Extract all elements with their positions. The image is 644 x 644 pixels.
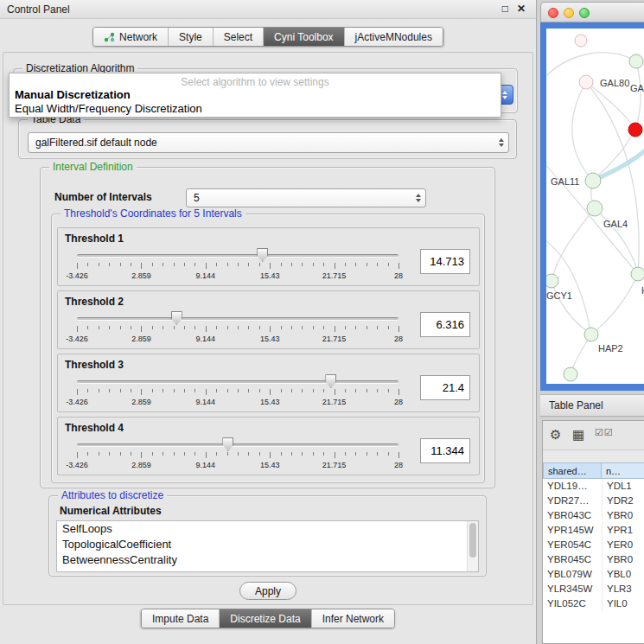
tab-discretize-data[interactable]: Discretize Data bbox=[219, 609, 310, 628]
dropdown-option-equal-width-frequency[interactable]: Equal Width/Frequency Discretization bbox=[10, 102, 501, 116]
slider-track[interactable] bbox=[77, 254, 399, 258]
tab-network[interactable]: Network bbox=[93, 28, 168, 46]
threshold-label: Threshold 2 bbox=[65, 296, 124, 308]
network-node[interactable] bbox=[628, 123, 642, 137]
close-traffic-light-icon[interactable] bbox=[548, 8, 558, 18]
network-node-label: GAL4 bbox=[603, 219, 628, 229]
network-edge[interactable] bbox=[593, 148, 644, 181]
attribute-list-item[interactable]: BetweennessCentrality bbox=[57, 552, 478, 568]
attribute-list-item[interactable]: SelfLoops bbox=[57, 521, 478, 537]
threshold-slider[interactable]: -3.4262.8599.14415.4321.71528 bbox=[77, 435, 399, 473]
table-data-group: Table Data galFiltered.sif default node bbox=[18, 119, 517, 159]
slider-ticks bbox=[77, 452, 399, 459]
table-row[interactable]: YBL079WYBL0 bbox=[543, 567, 644, 582]
number-of-intervals-label: Number of Intervals bbox=[54, 191, 152, 203]
network-canvas[interactable]: GAL80GAGAL11GAL4GCY1HHAP2 bbox=[546, 29, 644, 384]
tab-infer-network[interactable]: Infer Network bbox=[311, 609, 394, 628]
close-window-icon[interactable]: ✕ bbox=[517, 3, 526, 15]
threshold-slider[interactable]: -3.4262.8599.14415.4321.71528 bbox=[77, 372, 399, 410]
table-row[interactable]: YBR045CYBR0 bbox=[543, 552, 644, 567]
network-node[interactable] bbox=[585, 173, 601, 188]
network-node[interactable] bbox=[587, 201, 603, 216]
scale-label: 2.859 bbox=[131, 335, 151, 343]
top-tab-bar: Network Style Select Cyni Toolbox jActiv… bbox=[92, 27, 443, 47]
network-edge[interactable] bbox=[635, 61, 641, 130]
threshold-value-field[interactable] bbox=[420, 375, 470, 400]
float-window-icon[interactable]: □ bbox=[502, 3, 508, 15]
table-row[interactable]: YLR345WYLR3 bbox=[543, 582, 644, 596]
scale-label: 28 bbox=[394, 271, 403, 280]
tab-select[interactable]: Select bbox=[213, 28, 263, 46]
bottom-tab-bar: Impute Data Discretize Data Infer Networ… bbox=[141, 609, 395, 628]
table-row[interactable]: YPR145WYPR1 bbox=[543, 523, 644, 538]
table-row[interactable]: YDR27…YDR2 bbox=[543, 494, 644, 508]
gear-icon[interactable]: ⚙ bbox=[550, 427, 561, 443]
table-row[interactable]: YIL052CYIL0 bbox=[543, 596, 644, 611]
slider-thumb[interactable] bbox=[257, 248, 268, 262]
threshold-value-field[interactable] bbox=[420, 438, 470, 463]
network-node[interactable] bbox=[584, 328, 598, 341]
slider-thumb[interactable] bbox=[325, 374, 336, 388]
numerical-attributes-list[interactable]: SelfLoopsTopologicalCoefficientBetweenne… bbox=[56, 520, 479, 572]
control-panel-titlebar[interactable]: Control Panel □ ✕ bbox=[0, 0, 536, 19]
tab-style[interactable]: Style bbox=[168, 28, 213, 46]
number-of-intervals-combobox[interactable]: 5 bbox=[186, 188, 426, 207]
network-node[interactable] bbox=[631, 267, 644, 281]
minimize-traffic-light-icon[interactable] bbox=[564, 8, 574, 18]
network-node-label: GCY1 bbox=[546, 290, 572, 301]
columns-icon[interactable]: ▦ bbox=[572, 427, 584, 443]
network-window-titlebar[interactable] bbox=[540, 2, 644, 22]
zoom-traffic-light-icon[interactable] bbox=[579, 8, 590, 18]
table-row[interactable]: YER054CYER0 bbox=[543, 538, 644, 552]
network-edge[interactable] bbox=[552, 208, 595, 281]
attributes-list-scrollbar[interactable] bbox=[467, 521, 478, 571]
select-columns-icon[interactable]: ☑☑ bbox=[595, 427, 614, 438]
network-node[interactable] bbox=[579, 75, 593, 89]
column-header-name[interactable]: n… bbox=[602, 462, 644, 479]
table-cell: YBR0 bbox=[602, 552, 644, 567]
table-cell: YER0 bbox=[602, 538, 644, 552]
network-edge[interactable] bbox=[586, 82, 635, 130]
threshold-panel: Threshold 2 -3.4262.8599.14415.4321.7152… bbox=[57, 290, 480, 349]
attribute-list-item[interactable]: TopologicalCoefficient bbox=[57, 537, 478, 552]
table-data-combobox[interactable]: galFiltered.sif default node bbox=[28, 132, 509, 153]
window-title: Control Panel bbox=[7, 3, 70, 16]
threshold-slider[interactable]: -3.4262.8599.14415.4321.71528 bbox=[77, 309, 399, 347]
threshold-slider[interactable]: -3.4262.8599.14415.4321.71528 bbox=[77, 245, 399, 284]
slider-track[interactable] bbox=[77, 317, 399, 321]
table-row[interactable]: YBR043CYBR0 bbox=[543, 508, 644, 523]
threshold-value-field[interactable] bbox=[420, 312, 470, 337]
table-panel-header[interactable]: Table Panel bbox=[540, 394, 644, 417]
network-edge[interactable] bbox=[591, 274, 638, 335]
tab-impute-data[interactable]: Impute Data bbox=[142, 609, 219, 628]
table-header-row: shared… n… bbox=[543, 462, 644, 479]
slider-track[interactable] bbox=[77, 443, 399, 447]
network-node[interactable] bbox=[546, 274, 558, 288]
tab-cyni-toolbox[interactable]: Cyni Toolbox bbox=[263, 28, 343, 46]
network-edge[interactable] bbox=[572, 82, 593, 181]
network-node-label: GAL80 bbox=[600, 78, 629, 88]
table-row[interactable]: YDL19…YDL1 bbox=[543, 479, 644, 494]
dropdown-option-manual-discretization[interactable]: Manual Discretization bbox=[10, 88, 501, 102]
column-header-shared-name[interactable]: shared… bbox=[543, 462, 602, 479]
slider-thumb[interactable] bbox=[171, 311, 182, 325]
scale-label: 9.144 bbox=[196, 271, 216, 280]
network-view-window: GAL80GAGAL11GAL4GCY1HHAP2 bbox=[540, 2, 644, 391]
scale-label: 9.144 bbox=[196, 461, 216, 469]
slider-thumb[interactable] bbox=[222, 437, 233, 451]
table-panel-window: ⚙ ▦ ☑☑ shared… n… YDL19…YDL1YDR27…YDR2YB… bbox=[542, 420, 644, 644]
network-node[interactable] bbox=[629, 54, 643, 68]
numerical-attributes-label: Numerical Attributes bbox=[60, 505, 162, 517]
scale-label: 28 bbox=[394, 335, 403, 343]
network-edge[interactable] bbox=[593, 130, 635, 181]
apply-button[interactable]: Apply bbox=[239, 582, 296, 600]
tab-label: Infer Network bbox=[322, 613, 384, 625]
threshold-value-field[interactable] bbox=[420, 249, 470, 274]
network-node[interactable] bbox=[564, 367, 577, 381]
scrollbar-thumb[interactable] bbox=[469, 523, 476, 558]
slider-track[interactable] bbox=[77, 380, 399, 384]
table-cell: YBL079W bbox=[543, 567, 602, 582]
network-node[interactable] bbox=[575, 35, 587, 47]
tab-jactivemnodules[interactable]: jActiveMNodules bbox=[344, 28, 443, 46]
table-cell: YLR345W bbox=[543, 582, 602, 596]
